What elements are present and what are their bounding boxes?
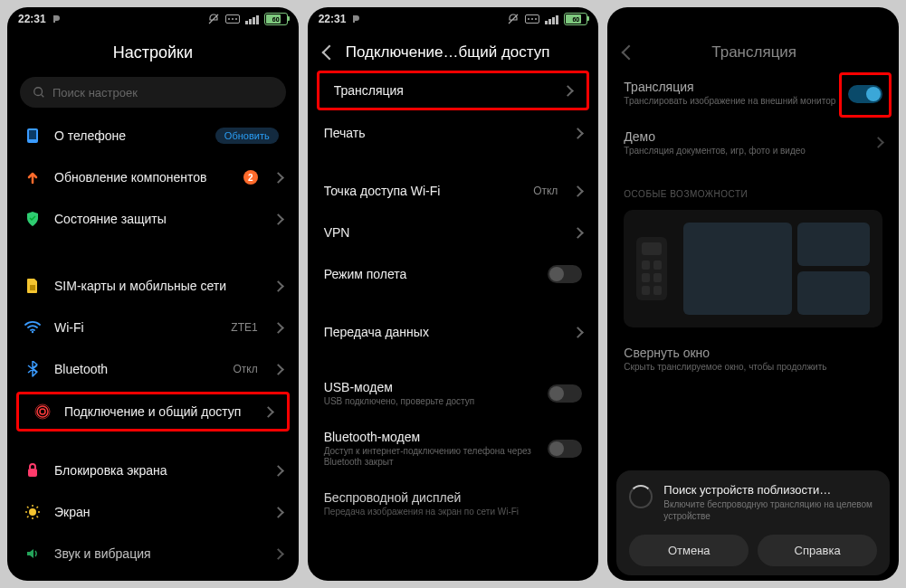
- svg-point-10: [37, 406, 48, 417]
- spinner-icon: [629, 485, 653, 508]
- update-pill[interactable]: Обновить: [215, 128, 279, 144]
- row-connection-share[interactable]: Подключение и общий доступ: [26, 402, 280, 422]
- row-usb-tether[interactable]: USB-модем USB подключено, проверьте дост…: [308, 369, 599, 419]
- battery-icon: 60: [564, 13, 587, 25]
- chevron-right-icon: [272, 213, 284, 225]
- help-button[interactable]: Справка: [758, 535, 877, 566]
- volte-icon: [525, 14, 539, 24]
- row-component-updates[interactable]: Обновление компонентов 2: [7, 156, 299, 198]
- svg-point-15: [528, 18, 529, 20]
- back-button[interactable]: [622, 45, 637, 61]
- row-sublabel: USB подключено, проверьте доступ: [324, 396, 536, 408]
- bt-tether-toggle[interactable]: [548, 440, 582, 458]
- search-placeholder: Поиск настроек: [52, 86, 138, 100]
- row-sound[interactable]: Звук и вибрация: [7, 533, 299, 574]
- row-about-phone[interactable]: О телефоне Обновить: [7, 115, 299, 156]
- page-title: Настройки: [113, 43, 193, 62]
- chevron-right-icon: [562, 85, 574, 97]
- row-label: Передача данных: [324, 325, 562, 339]
- airplane-toggle[interactable]: [548, 265, 582, 283]
- row-airplane[interactable]: Режим полета: [308, 253, 599, 295]
- page-title: Трансляция: [645, 43, 863, 62]
- svg-rect-12: [28, 469, 37, 477]
- svg-rect-7: [30, 285, 35, 290]
- svg-point-16: [531, 18, 533, 20]
- chevron-right-icon: [873, 137, 884, 148]
- row-sublabel: Скрыть транслируемое окно, чтобы продолж…: [624, 362, 882, 374]
- row-lock-screen[interactable]: Блокировка экрана: [7, 450, 299, 491]
- row-label: Трансляция: [624, 80, 844, 94]
- search-input[interactable]: Поиск настроек: [20, 77, 286, 108]
- row-sublabel: Передача изображения на экран по сети Wi…: [324, 507, 583, 518]
- row-label: Демо: [624, 129, 862, 144]
- section-header: ОСОБЫЕ ВОЗМОЖНОСТИ: [607, 184, 899, 203]
- row-label: Печать: [324, 126, 562, 140]
- chevron-right-icon: [272, 465, 284, 477]
- row-label: VPN: [324, 225, 562, 240]
- row-bluetooth[interactable]: Bluetooth Откл: [7, 348, 299, 390]
- page-header: Трансляция: [607, 31, 899, 69]
- chevron-right-icon: [572, 128, 584, 139]
- row-label: SIM-карты и мобильные сети: [54, 279, 262, 293]
- chevron-right-icon: [272, 172, 284, 184]
- svg-point-2: [232, 18, 234, 20]
- svg-point-1: [228, 18, 230, 20]
- row-label: Bluetooth-модем: [324, 430, 536, 444]
- screen-icon: [683, 223, 870, 315]
- row-label: Режим полета: [324, 267, 536, 281]
- usb-tether-toggle[interactable]: [548, 384, 582, 403]
- row-demo[interactable]: Демо Трансляция документов, игр, фото и …: [607, 119, 899, 168]
- row-print[interactable]: Печать: [308, 112, 599, 154]
- back-button[interactable]: [321, 45, 337, 61]
- row-sublabel: Трансляция документов, игр, фото и видео: [624, 146, 862, 157]
- chevron-right-icon: [272, 322, 284, 334]
- chevron-right-icon: [272, 507, 284, 518]
- row-cast[interactable]: Трансляция: [327, 81, 580, 100]
- search-icon: [33, 86, 45, 99]
- cast-illustration: [624, 210, 882, 327]
- row-label: Трансляция: [334, 83, 552, 98]
- row-wireless-display[interactable]: Беспроводной дисплей Передача изображени…: [308, 479, 599, 529]
- arrow-up-icon: [24, 168, 42, 186]
- row-label: Bluetooth: [54, 362, 220, 376]
- cast-toggle[interactable]: [848, 85, 882, 103]
- row-display[interactable]: Экран: [7, 491, 299, 533]
- page-title: Подключение…бщий доступ: [346, 43, 550, 62]
- chevron-right-icon: [272, 548, 284, 560]
- row-value: Откл: [533, 185, 558, 197]
- svg-point-9: [40, 409, 45, 414]
- highlight-cast: Трансляция: [317, 71, 590, 110]
- chevron-right-icon: [572, 327, 584, 338]
- svg-point-4: [34, 88, 43, 96]
- chevron-right-icon: [572, 185, 584, 197]
- cancel-button[interactable]: Отмена: [629, 535, 749, 566]
- volte-icon: [225, 14, 240, 24]
- phone-icon: [24, 127, 42, 145]
- chevron-right-icon: [272, 364, 284, 375]
- row-label: Обновление компонентов: [54, 170, 231, 185]
- row-vpn[interactable]: VPN: [308, 212, 599, 253]
- row-label: О телефоне: [54, 128, 203, 143]
- row-wifi[interactable]: Wi-Fi ZTE1: [7, 307, 299, 348]
- row-security-status[interactable]: Состояние защиты: [7, 198, 299, 240]
- remote-icon: [636, 237, 667, 300]
- row-label: Подключение и общий доступ: [64, 404, 252, 419]
- p-icon: [351, 14, 360, 24]
- row-sublabel: Доступ к интернет-подключению телефона ч…: [324, 446, 536, 469]
- row-minimize[interactable]: Свернуть окно Скрыть транслируемое окно,…: [607, 335, 899, 384]
- bluetooth-icon: [24, 360, 42, 378]
- svg-point-13: [29, 508, 36, 516]
- row-label: Свернуть окно: [624, 346, 882, 360]
- row-label: Состояние защиты: [54, 212, 262, 226]
- battery-icon: 60: [264, 13, 288, 25]
- phone-screen-3: Трансляция Трансляция Транслировать изоб…: [607, 7, 899, 581]
- row-data-transfer[interactable]: Передача данных: [308, 311, 599, 353]
- share-icon: [33, 403, 52, 421]
- status-bar: 22:31 60: [7, 7, 299, 31]
- row-sim-cards[interactable]: SIM-карты и мобильные сети: [7, 265, 299, 307]
- modal-title: Поиск устройств поблизости…: [663, 483, 877, 497]
- mute-icon: [507, 14, 520, 24]
- row-bt-tether[interactable]: Bluetooth-модем Доступ к интернет-подклю…: [308, 419, 599, 479]
- wifi-icon: [24, 318, 42, 337]
- row-hotspot[interactable]: Точка доступа Wi-Fi Откл: [308, 170, 599, 212]
